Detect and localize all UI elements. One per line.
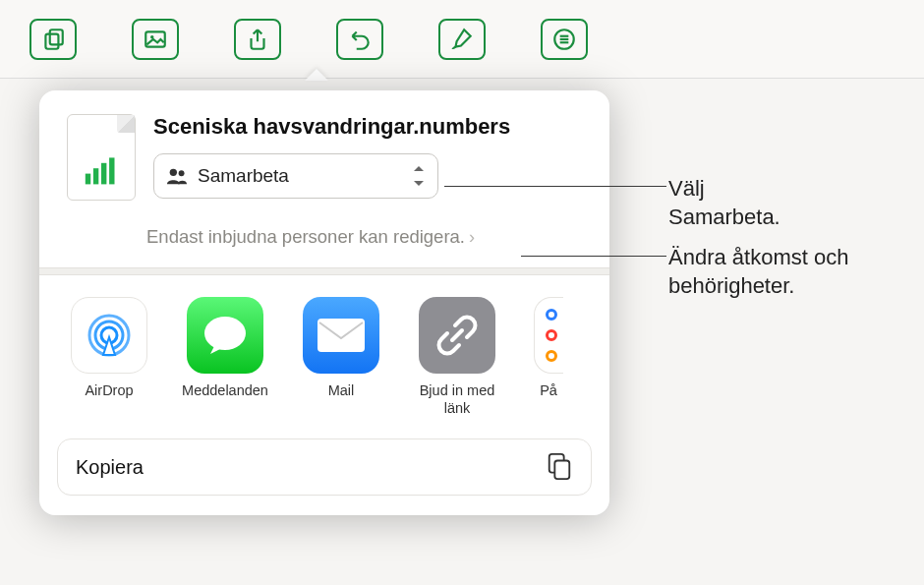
svg-point-12 [170,169,177,176]
collaboration-mode-label: Samarbeta [198,165,402,187]
people-icon [166,167,188,185]
permissions-text: Endast inbjudna personer kan redigera. [146,226,465,248]
svg-rect-1 [50,29,63,44]
share-target-label: Bjud in med länk [413,381,501,417]
paintbrush-icon [449,27,475,52]
airdrop-icon [82,308,137,363]
copy-label: Kopiera [76,456,144,479]
share-target-reminders[interactable]: På [529,297,568,417]
share-target-label: På [529,381,568,399]
share-header: Sceniska havsvandringar.numbers Samarbet… [39,90,609,216]
toolbar [0,0,924,79]
undo-icon [347,27,373,52]
collaboration-mode-dropdown[interactable]: Samarbeta [153,153,438,199]
reminders-icon [546,309,557,362]
undo-button[interactable] [336,19,383,60]
svg-rect-20 [554,461,569,480]
svg-rect-0 [45,33,58,48]
share-sheet: Sceniska havsvandringar.numbers Samarbet… [39,90,609,515]
share-target-label: AirDrop [65,381,153,399]
chevron-right-icon: › [469,227,475,248]
section-divider [39,267,609,275]
copy-action-row[interactable]: Kopiera [57,439,592,496]
svg-point-13 [179,170,185,176]
share-targets-row: AirDrop Meddelanden Mail [39,275,609,429]
share-target-label: Meddelanden [181,381,269,399]
svg-rect-10 [101,163,106,185]
share-button[interactable] [234,19,281,60]
more-lines-icon [551,27,577,52]
pages-icon [40,27,66,52]
chevron-up-down-icon [412,166,426,186]
link-icon [434,313,480,358]
permissions-row[interactable]: Endast inbjudna personer kan redigera. › [39,216,609,267]
share-target-label: Mail [297,381,385,399]
callout-change-access: Ändra åtkomst och behörigheter. [668,244,924,300]
callout-leader-line [521,256,666,257]
callout-leader-line [444,186,666,187]
svg-rect-9 [93,168,98,184]
popover-caret [305,69,328,81]
document-thumbnail [67,114,136,201]
copy-icon [546,452,573,482]
add-page-button[interactable] [29,19,77,60]
document-title: Sceniska havsvandringar.numbers [153,114,582,140]
callout-choose-collab: Välj Samarbeta. [668,175,780,231]
share-target-messages[interactable]: Meddelanden [181,297,269,417]
share-icon [245,27,270,52]
share-target-airdrop[interactable]: AirDrop [65,297,153,417]
chart-bars-icon [84,154,119,186]
mail-icon [316,317,367,354]
image-icon [143,27,168,52]
insert-media-button[interactable] [132,19,179,60]
share-target-mail[interactable]: Mail [297,297,385,417]
format-button[interactable] [438,19,486,60]
svg-rect-8 [86,174,90,185]
svg-rect-18 [318,319,365,352]
messages-icon [201,313,250,358]
more-button[interactable] [541,19,588,60]
svg-rect-11 [109,157,114,184]
share-target-copy-link[interactable]: Bjud in med länk [413,297,501,417]
svg-point-17 [204,317,246,350]
